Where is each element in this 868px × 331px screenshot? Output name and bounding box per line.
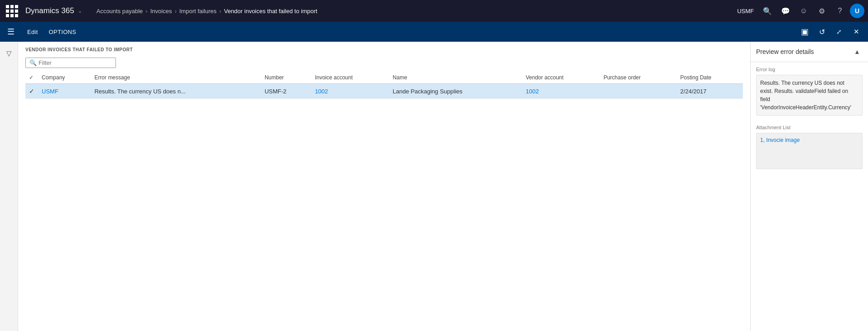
col-number[interactable]: Number	[261, 72, 311, 84]
top-nav: Dynamics 365 ⌄ Accounts payable › Invoic…	[0, 0, 868, 22]
col-check: ✓	[25, 72, 38, 84]
filter-bar: 🔍	[18, 58, 750, 72]
attachment-box: 1, Invocie image	[756, 133, 863, 169]
col-posting-date[interactable]: Posting Date	[677, 72, 743, 84]
filter-input[interactable]	[39, 59, 112, 66]
breadcrumb-import-failures[interactable]: Import failures	[179, 8, 217, 15]
attachment-item[interactable]: 1, Invocie image	[760, 137, 858, 143]
table-row[interactable]: ✓USMFResults. The currency US does n...U…	[25, 84, 743, 99]
table-cell: Results. The currency US does n...	[91, 84, 261, 99]
col-vendor-account[interactable]: Vendor account	[522, 72, 600, 84]
error-log-section: Error log Results. The currency US does …	[751, 62, 868, 120]
chat-icon-btn[interactable]: 💬	[777, 3, 794, 19]
table-cell: ✓	[25, 84, 38, 99]
brand-chevron: ⌄	[78, 8, 82, 14]
sidebar-filter-icon[interactable]: ▽	[1, 45, 17, 62]
user-status-icon-btn[interactable]: ☺	[796, 3, 812, 19]
table-cell: 2/24/2017	[677, 84, 743, 99]
col-company[interactable]: Company	[38, 72, 91, 84]
right-panel-title: Preview error details	[756, 48, 814, 55]
error-log-label: Error log	[756, 67, 863, 72]
sep1: ›	[145, 8, 147, 15]
edit-button[interactable]: Edit	[22, 22, 43, 42]
sep2: ›	[174, 8, 176, 15]
refresh-icon-btn[interactable]: ↺	[814, 24, 830, 40]
table-cell[interactable]: 1002	[522, 84, 600, 99]
breadcrumb-invoices[interactable]: Invoices	[150, 8, 172, 15]
collapse-button[interactable]: ▲	[852, 46, 863, 57]
breadcrumb: Accounts payable › Invoices › Import fai…	[96, 8, 737, 15]
col-invoice-account[interactable]: Invoice account	[311, 72, 389, 84]
expand-icon-btn[interactable]: ⤢	[831, 24, 847, 40]
table-cell: USMF-2	[261, 84, 311, 99]
user-avatar[interactable]: U	[850, 4, 864, 18]
error-log-box: Results. The currency US does not exist.…	[756, 75, 863, 116]
toolbar-right-icons: ▣ ↺ ⤢ ✕	[796, 24, 864, 40]
close-icon-btn[interactable]: ✕	[848, 24, 864, 40]
col-name[interactable]: Name	[389, 72, 522, 84]
org-label: USMF	[737, 8, 754, 15]
filter-search-icon: 🔍	[29, 59, 37, 66]
right-panel: ⤢ Preview error details ▲ Error log Resu…	[750, 42, 868, 331]
left-sidebar: ▽	[0, 42, 18, 331]
main-area: ▽ VENDOR INVOICES THAT FAILED TO IMPORT …	[0, 42, 868, 331]
settings-icon-btn[interactable]: ⚙	[814, 3, 830, 19]
table-cell[interactable]: 1002	[311, 84, 389, 99]
toolbar: ☰ Edit OPTIONS ▣ ↺ ⤢ ✕	[0, 22, 868, 42]
breadcrumb-current: Vendor invoices that failed to import	[224, 8, 317, 15]
table-cell	[600, 84, 676, 99]
attachment-section: Attachment List 1, Invocie image	[751, 120, 868, 174]
breadcrumb-accounts-payable[interactable]: Accounts payable	[96, 8, 143, 15]
brand-logo[interactable]: Dynamics 365 ⌄	[22, 6, 86, 15]
apps-icon[interactable]	[4, 3, 20, 19]
sep3: ›	[219, 8, 221, 15]
hamburger-button[interactable]: ☰	[4, 24, 18, 39]
top-nav-right: USMF 🔍 💬 ☺ ⚙ ? U	[737, 3, 864, 19]
col-purchase-order[interactable]: Purchase order	[600, 72, 676, 84]
table-header-row: ✓ Company Error message Number Invoice a…	[25, 72, 743, 84]
page-header: VENDOR INVOICES THAT FAILED TO IMPORT	[18, 42, 750, 58]
brand-name: Dynamics 365	[25, 6, 74, 15]
filter-input-wrap[interactable]: 🔍	[25, 58, 116, 68]
table-cell[interactable]: USMF	[38, 84, 91, 99]
panel-expand-corner-icon[interactable]: ⤢	[750, 46, 751, 55]
table-cell: Lande Packaging Supplies	[389, 84, 522, 99]
right-panel-header: Preview error details ▲	[751, 42, 868, 62]
col-error-message[interactable]: Error message	[91, 72, 261, 84]
page-title: VENDOR INVOICES THAT FAILED TO IMPORT	[25, 47, 743, 52]
options-button[interactable]: OPTIONS	[43, 22, 82, 42]
data-table: ✓ Company Error message Number Invoice a…	[18, 72, 750, 331]
panel-icon-btn[interactable]: ▣	[796, 24, 813, 40]
help-icon-btn[interactable]: ?	[832, 3, 848, 19]
attachment-list-label: Attachment List	[756, 125, 863, 130]
search-icon-btn[interactable]: 🔍	[759, 3, 776, 19]
content-panel: VENDOR INVOICES THAT FAILED TO IMPORT 🔍 …	[18, 42, 750, 331]
